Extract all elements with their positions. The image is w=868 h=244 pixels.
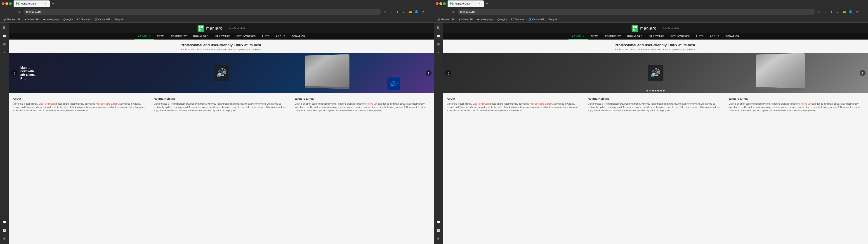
sidebar-plus-1[interactable]: ＋ <box>1 49 8 56</box>
nav-lists-2[interactable]: LISTS <box>693 33 707 39</box>
sidebar-reader-1[interactable]: 📖 <box>1 33 8 40</box>
bookmark-tangorin-2[interactable]: Tangorin <box>547 17 560 22</box>
maximize-button-2[interactable] <box>443 2 446 5</box>
sidebar-settings-2[interactable]: ⚙ <box>435 235 442 242</box>
sidebar-chat-2[interactable]: 💬 <box>435 219 442 226</box>
sidebar-reader-2[interactable]: 📖 <box>435 33 442 40</box>
sidebar-history-2[interactable]: 🕐 <box>435 227 442 234</box>
nav-about-1[interactable]: ABOUT <box>273 33 288 39</box>
shield-icon-2[interactable]: 🛡 <box>822 9 828 15</box>
new-tab-button-2[interactable]: + <box>484 0 490 7</box>
refresh-button-1[interactable]: ↻ <box>16 8 23 15</box>
bookmark-rdtextarea-2[interactable]: RD Textarea <box>509 17 526 22</box>
download-icon-2[interactable]: ⬇ <box>829 9 834 15</box>
slider-next-2[interactable]: ❯ <box>860 70 866 76</box>
sidebar-apps-2[interactable]: ⊞ <box>435 41 442 48</box>
close-button-2[interactable] <box>436 2 438 5</box>
nav-donation-1[interactable]: DONATION <box>288 33 309 39</box>
slider-next-1[interactable]: ❯ <box>426 70 432 76</box>
bookmark-video-1[interactable]: ▶ Video URL <box>23 17 41 22</box>
nav-lists-1[interactable]: LISTS <box>259 33 273 39</box>
bookmark-videojump-1[interactable]: ⏭ video-jump <box>41 17 61 22</box>
slider-prev-1[interactable]: ❮ <box>11 70 17 76</box>
wallet-icon-1[interactable]: 💳 <box>407 9 413 15</box>
active-tab-1[interactable]: Manjaro Linux ✕ <box>13 0 50 7</box>
about-link-2[interactable]: Linux distribution <box>473 102 490 105</box>
minimize-button-1[interactable] <box>5 2 8 5</box>
maximize-button-1[interactable] <box>9 2 12 5</box>
star-icon-2[interactable]: ☆ <box>816 9 822 15</box>
bookmark-video-2[interactable]: ▶ Video URL <box>457 17 475 22</box>
settings-icon-1[interactable]: ⚙ <box>420 9 426 15</box>
settings-icon-2[interactable]: ⚙ <box>854 9 860 15</box>
sidebar-settings-1[interactable]: ⚙ <box>1 235 8 242</box>
what-is-linux-title-2: What is Linux <box>728 97 864 100</box>
dot-5-2[interactable] <box>657 90 659 92</box>
new-tab-button-1[interactable]: + <box>50 0 56 7</box>
bookmark-onlineime-2[interactable]: 🌐 Online IME <box>527 17 546 22</box>
bookmark-iframe-1[interactable]: 🔗 iFrame URL <box>2 17 22 22</box>
bookmark-rdtextarea-1[interactable]: RD Textarea <box>75 17 92 22</box>
bookmark-jq-2[interactable]: jQueryify <box>495 17 508 22</box>
sidebar-apps-1[interactable]: ⊞ <box>1 41 8 48</box>
back-button-2[interactable]: ← <box>436 8 442 15</box>
bookmark-onlineime-1[interactable]: 🌐 Online IME <box>93 17 112 22</box>
shield-icon-1[interactable]: 🛡 <box>388 9 394 15</box>
dot-7-2[interactable] <box>663 90 664 92</box>
translate-icon-1[interactable]: 🌐 <box>413 9 419 15</box>
nav-getinvolved-2[interactable]: GET INVOLVED <box>667 33 693 39</box>
sidebar-plus-2[interactable]: ＋ <box>435 49 442 56</box>
menu-icon-2[interactable]: ⋮ <box>860 9 866 15</box>
forward-button-1[interactable]: → <box>9 8 16 15</box>
nav-getinvolved-1[interactable]: GET INVOLVED <box>233 33 259 39</box>
about-arch-link-2[interactable]: Arch operating system <box>530 102 552 105</box>
address-input-2[interactable] <box>458 8 815 15</box>
bookmark-iframe-2[interactable]: 🔗 iFrame URL <box>436 17 456 22</box>
sidebar-search-1[interactable]: 🔍 <box>1 24 8 32</box>
sidebar-search-2[interactable]: 🔍 <box>435 24 442 32</box>
nav-donation-2[interactable]: DONATION <box>722 33 743 39</box>
tab-close-1[interactable]: ✕ <box>44 2 47 5</box>
dot-1-2[interactable] <box>647 90 648 92</box>
minimize-button-2[interactable] <box>439 2 442 5</box>
about-arch-link-1[interactable]: Arch operating system <box>96 102 118 105</box>
wallet-icon-2[interactable]: 💳 <box>841 9 847 15</box>
bookmark-tangorin-1[interactable]: Tangorin <box>113 17 126 22</box>
nav-download-1[interactable]: DOWNLOAD <box>190 33 212 39</box>
nav-community-1[interactable]: COMMUNITY <box>168 33 190 39</box>
nav-community-2[interactable]: COMMUNITY <box>602 33 624 39</box>
back-button-1[interactable]: ← <box>2 8 8 15</box>
address-input-1[interactable] <box>24 8 381 15</box>
slider-prev-2[interactable]: ❮ <box>445 70 451 76</box>
about-link-1[interactable]: Linux distribution <box>39 102 56 105</box>
nav-news-1[interactable]: NEWS <box>154 33 168 39</box>
share-icon-1[interactable]: ⤴ <box>401 9 407 15</box>
translate-icon-2[interactable]: 🌐 <box>847 9 853 15</box>
refresh-button-2[interactable]: ↻ <box>450 8 457 15</box>
bookmark-jq-1[interactable]: jQueryify <box>61 17 74 22</box>
dot-6-2[interactable] <box>660 90 662 92</box>
menu-icon-1[interactable]: ⋮ <box>426 9 432 15</box>
share-icon-2[interactable]: ⤴ <box>835 9 841 15</box>
nav-manjaro-1[interactable]: MANJARO <box>134 33 154 39</box>
dot-2-2[interactable] <box>649 90 651 92</box>
star-icon-1[interactable]: ☆ <box>382 9 388 15</box>
close-button-1[interactable] <box>2 2 4 5</box>
dot-3-2[interactable] <box>652 90 654 92</box>
linux-free-link-1[interactable]: free to use <box>367 102 377 105</box>
dot-4-2[interactable] <box>655 90 656 92</box>
nav-hardware-2[interactable]: HARDWARE <box>646 33 667 39</box>
download-icon-1[interactable]: ⬇ <box>395 9 400 15</box>
tab-close-2[interactable]: ✕ <box>478 2 481 5</box>
nav-hardware-1[interactable]: HARDWARE <box>212 33 233 39</box>
nav-download-2[interactable]: DOWNLOAD <box>624 33 646 39</box>
active-tab-2[interactable]: Manjaro Linux ✕ <box>447 0 484 7</box>
sidebar-chat-1[interactable]: 💬 <box>1 219 8 226</box>
nav-news-2[interactable]: NEWS <box>588 33 602 39</box>
nav-about-2[interactable]: ABOUT <box>707 33 722 39</box>
nav-manjaro-2[interactable]: MANJARO <box>568 33 588 39</box>
bookmark-videojump-2[interactable]: ⏭ video-jump <box>475 17 495 22</box>
sidebar-history-1[interactable]: 🕐 <box>1 227 8 234</box>
forward-button-2[interactable]: → <box>443 8 450 15</box>
linux-free-link-2[interactable]: free to use <box>801 102 811 105</box>
